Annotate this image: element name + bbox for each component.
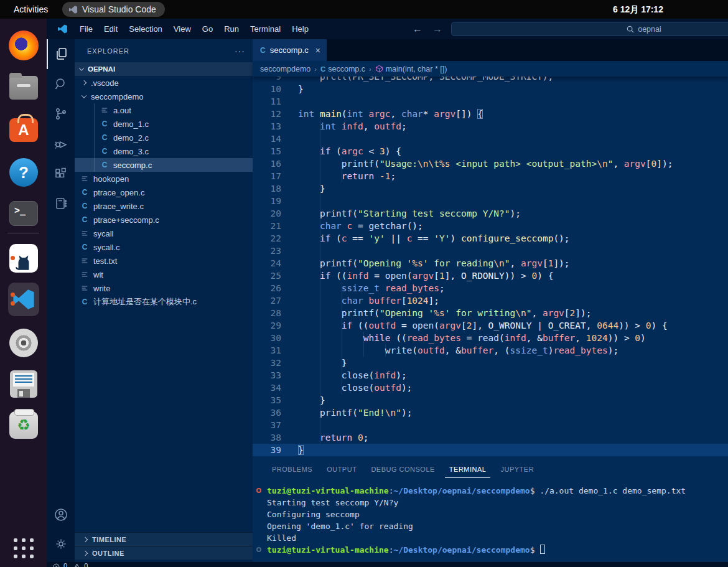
code-line-29[interactable]: 29 if ((outfd = open(argv[2], O_WRONLY |… <box>253 319 728 332</box>
dock-terminal[interactable]: >_ <box>8 198 39 229</box>
code-line-30[interactable]: 30 while ((read_bytes = read(infd, &buff… <box>253 332 728 344</box>
timeline-section[interactable]: TIMELINE <box>75 532 253 546</box>
file-row-ptrace+seccomp.c[interactable]: Cptrace+seccomp.c <box>75 213 253 227</box>
file-row-ptrace_open.c[interactable]: Cptrace_open.c <box>75 185 253 199</box>
dock-help[interactable]: ? <box>8 157 39 188</box>
menu-selection[interactable]: Selection <box>123 22 167 36</box>
code-line-27[interactable]: 27 char buffer[1024]; <box>253 294 728 307</box>
file-row-wit[interactable]: wit <box>75 268 253 281</box>
code-line-17[interactable]: 17 return -1; <box>253 170 728 182</box>
panel-tab-debug-console[interactable]: DEBUG CONSOLE <box>366 464 439 478</box>
code-line-10[interactable]: 10} <box>253 83 728 95</box>
file-row-计算地址是否在某个模块中.c[interactable]: C计算地址是否在某个模块中.c <box>75 295 253 309</box>
extensions-icon[interactable] <box>47 159 75 189</box>
activities-button[interactable]: Activities <box>9 0 53 19</box>
code-line-36[interactable]: 36 printf("End!\n"); <box>253 406 728 419</box>
file-row-hookopen[interactable]: hookopen <box>75 172 253 185</box>
menu-help[interactable]: Help <box>286 22 314 36</box>
dock-files[interactable] <box>8 72 39 103</box>
tab-seccomp-c[interactable]: C seccomp.c × <box>253 39 327 61</box>
window-title-pill[interactable]: Visual Studio Code <box>62 2 165 17</box>
breadcrumb-symbol[interactable]: main(int, char * []) <box>375 65 447 73</box>
code-line-33[interactable]: 33 close(infd); <box>253 369 728 382</box>
notebook-icon[interactable] <box>47 189 75 218</box>
code-line-20[interactable]: 20 printf("Starting test seccomp Y/N?"); <box>253 207 728 220</box>
code-line-32[interactable]: 32 } <box>253 357 728 369</box>
terminal-line[interactable]: Configuring seccomp <box>253 508 686 520</box>
code-line-14[interactable]: 14 <box>253 133 728 145</box>
panel-tab-problems[interactable]: PROBLEMS <box>268 464 317 478</box>
dock-vscode[interactable] <box>8 284 39 315</box>
workspace-root-row[interactable]: OEPNAI <box>75 62 253 76</box>
menu-file[interactable]: File <box>74 22 98 36</box>
code-line-24[interactable]: 24 printf("Opening '%s' for reading\n", … <box>253 257 728 269</box>
settings-icon[interactable] <box>47 529 75 559</box>
file-row-a.out[interactable]: a.out <box>75 103 253 117</box>
back-arrow-icon[interactable]: ← <box>413 24 422 35</box>
code-line-39[interactable]: 39} <box>253 444 728 456</box>
file-row-demo_1.c[interactable]: Cdemo_1.c <box>75 117 253 131</box>
accounts-icon[interactable] <box>47 500 75 530</box>
close-icon[interactable]: × <box>315 45 320 55</box>
dock-ubuntu-software[interactable]: A <box>8 115 39 146</box>
code-line-22[interactable]: 22 if (c == 'y' || c == 'Y') configure_s… <box>253 232 728 245</box>
code-line-19[interactable]: 19 <box>253 195 728 207</box>
terminal[interactable]: tuzi@tuzi-virtual-machine:~/Desktop/oepn… <box>253 485 686 556</box>
terminal-line[interactable]: Killed <box>253 532 686 544</box>
code-line-26[interactable]: 26 ssize_t read_bytes; <box>253 282 728 294</box>
file-row-demo_2.c[interactable]: Cdemo_2.c <box>75 131 253 144</box>
file-row-seccompdemo[interactable]: seccompdemo <box>75 90 253 103</box>
dock-floppy[interactable] <box>8 368 39 400</box>
command-center-search[interactable]: oepnai <box>451 22 728 36</box>
file-row-write[interactable]: write <box>75 281 253 295</box>
dock-trash[interactable]: ♻ <box>8 410 39 441</box>
dock-app-grid-button[interactable] <box>8 533 39 564</box>
panel-tab-output[interactable]: OUTPUT <box>322 464 361 478</box>
dock-firefox[interactable] <box>8 30 39 61</box>
code-line-35[interactable]: 35 } <box>253 394 728 406</box>
code-editor[interactable]: 9 prctl(PR_SET_SECCOMP, SECCOMP_MODE_STR… <box>253 77 728 459</box>
breadcrumb-file[interactable]: Cseccomp.c <box>320 65 365 73</box>
terminal-line[interactable]: tuzi@tuzi-virtual-machine:~/Desktop/oepn… <box>253 485 686 497</box>
status-bar[interactable]: 0 0 <box>47 562 728 567</box>
terminal-line[interactable]: tuzi@tuzi-virtual-machine:~/Desktop/oepn… <box>253 544 686 556</box>
dock-cat-app[interactable] <box>8 243 39 274</box>
file-row-sycall.c[interactable]: Csycall.c <box>75 240 253 254</box>
terminal-line[interactable]: Opening 'demo_1.c' for reading <box>253 520 686 532</box>
panel-tab-terminal[interactable]: TERMINAL <box>445 464 491 478</box>
file-row-demo_3.c[interactable]: Cdemo_3.c <box>75 144 253 158</box>
file-row-seccomp.c[interactable]: Cseccomp.c <box>75 158 253 172</box>
dock-disc[interactable] <box>8 327 39 358</box>
menu-view[interactable]: View <box>168 22 197 36</box>
code-line-31[interactable]: 31 write(outfd, &buffer, (ssize_t)read_b… <box>253 344 728 357</box>
code-line-25[interactable]: 25 if ((infd = open(argv[1], O_RDONLY)) … <box>253 269 728 282</box>
explorer-icon[interactable] <box>47 39 75 69</box>
code-line-13[interactable]: 13 int infd, outfd; <box>253 120 728 133</box>
more-actions-icon[interactable]: ··· <box>235 46 245 56</box>
outline-section[interactable]: OUTLINE <box>75 546 253 560</box>
clock[interactable]: 6 12月 17:12 <box>613 0 663 19</box>
code-line-37[interactable]: 37 <box>253 419 728 431</box>
menu-terminal[interactable]: Terminal <box>245 22 286 36</box>
code-line-12[interactable]: 12int main(int argc, char* argv[]) { <box>253 108 728 120</box>
code-line-18[interactable]: 18 } <box>253 182 728 195</box>
menu-edit[interactable]: Edit <box>98 22 123 36</box>
terminal-line[interactable]: Starting test seccomp Y/N?y <box>253 497 686 508</box>
breadcrumb-folder[interactable]: seccompdemo <box>260 65 310 73</box>
menu-run[interactable]: Run <box>218 22 245 36</box>
code-line-15[interactable]: 15 if (argc < 3) { <box>253 145 728 157</box>
forward-arrow-icon[interactable]: → <box>432 24 442 35</box>
code-line-34[interactable]: 34 close(outfd); <box>253 382 728 394</box>
file-row-ptrace_write.c[interactable]: Cptrace_write.c <box>75 199 253 213</box>
code-line-28[interactable]: 28 printf("Opening '%s' for writing\n", … <box>253 307 728 319</box>
code-line-11[interactable]: 11 <box>253 95 728 108</box>
code-line-23[interactable]: 23 <box>253 245 728 257</box>
source-control-icon[interactable] <box>47 99 75 129</box>
code-line-16[interactable]: 16 printf("Usage:\n\t%s <input path> <ou… <box>253 157 728 170</box>
code-line-21[interactable]: 21 char c = getchar(); <box>253 220 728 232</box>
code-line-9[interactable]: 9 prctl(PR_SET_SECCOMP, SECCOMP_MODE_STR… <box>253 77 728 83</box>
menu-go[interactable]: Go <box>197 22 218 36</box>
file-row-test.txt[interactable]: test.txt <box>75 254 253 268</box>
search-icon[interactable] <box>47 69 75 99</box>
run-debug-icon[interactable] <box>47 129 75 159</box>
